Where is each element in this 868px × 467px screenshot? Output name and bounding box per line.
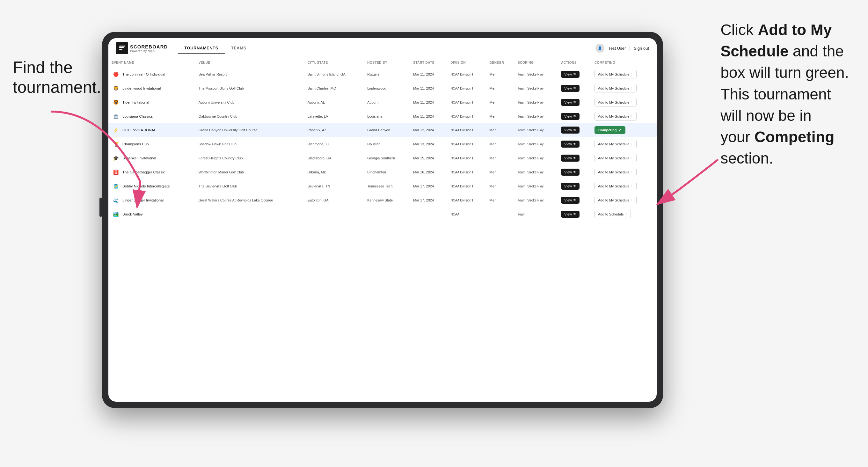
- event-name-cell-4: ⚡ GCU INVITATIONAL: [108, 123, 195, 137]
- sign-out-link[interactable]: Sign out: [634, 46, 649, 51]
- event-name-cell-2: 🐯 Tiger Invitational: [108, 95, 195, 110]
- gender-cell-4: Men: [486, 123, 515, 137]
- city-cell-7: Urbana, MD: [304, 165, 364, 179]
- actions-cell-2: View 👁: [558, 95, 591, 110]
- view-button-10[interactable]: View 👁: [561, 211, 580, 218]
- view-button-7[interactable]: View 👁: [561, 168, 580, 176]
- eye-icon-10: 👁: [573, 212, 576, 216]
- event-name-cell-0: 🔴 The Johnnie - O Individual: [108, 67, 195, 81]
- actions-cell-5: View 👁: [558, 137, 591, 151]
- team-logo-6: 🎓: [112, 154, 120, 162]
- division-cell-1: NCAA Division I: [447, 81, 486, 95]
- event-name-cell-7: 🅱️ The Carpetbagger Classic: [108, 165, 195, 179]
- svg-rect-3: [119, 47, 124, 48]
- logo-title: SCOREBOARD: [130, 44, 168, 50]
- view-button-3[interactable]: View 👁: [561, 113, 580, 120]
- add-schedule-button-10[interactable]: Add to Schedule +: [594, 210, 631, 218]
- view-button-8[interactable]: View 👁: [561, 183, 580, 190]
- team-logo-1: 🦁: [112, 84, 120, 92]
- hosted-cell-8: Tennessee Tech: [364, 179, 410, 193]
- eye-icon-0: 👁: [573, 72, 576, 76]
- add-schedule-label-10: Add to Schedule: [598, 212, 624, 216]
- logo-subtitle: Powered by clippi: [130, 50, 168, 53]
- team-logo-4: ⚡: [112, 126, 120, 134]
- view-button-9[interactable]: View 👁: [561, 197, 580, 204]
- col-division: DIVISION: [447, 58, 486, 67]
- add-schedule-button-5[interactable]: Add to My Schedule +: [594, 139, 637, 148]
- hosted-cell-10: [364, 207, 410, 221]
- event-name-cell-9: 🌊 Linger Longer Invitational: [108, 193, 195, 207]
- event-name-text-6: Schenkel Invitational: [122, 156, 156, 160]
- plus-icon-1: +: [630, 86, 633, 91]
- venue-cell-8: The Sevierville Golf Club: [195, 179, 304, 193]
- add-schedule-label-1: Add to My Schedule: [598, 86, 629, 90]
- view-button-6[interactable]: View 👁: [561, 155, 580, 162]
- competing-button-4[interactable]: Competing ✓: [594, 126, 625, 134]
- eye-icon-6: 👁: [573, 156, 576, 160]
- division-cell-6: NCAA Division I: [447, 151, 486, 165]
- gender-cell-10: [486, 207, 515, 221]
- hosted-cell-5: Houston: [364, 137, 410, 151]
- team-logo-9: 🌊: [112, 196, 120, 204]
- gender-cell-9: Men: [486, 193, 515, 207]
- team-logo-10: 🏞️: [112, 210, 120, 218]
- plus-icon-5: +: [630, 142, 633, 146]
- add-schedule-button-0[interactable]: Add to My Schedule +: [594, 70, 637, 79]
- event-name-text-8: Bobby Nichols Intercollegiate: [122, 184, 169, 188]
- event-name-text-1: Lindenwood Invitational: [122, 86, 161, 90]
- add-schedule-button-6[interactable]: Add to My Schedule +: [594, 154, 637, 162]
- competing-cell-0: Add to My Schedule +: [591, 67, 657, 81]
- header-divider: [629, 45, 630, 51]
- add-schedule-button-8[interactable]: Add to My Schedule +: [594, 182, 637, 190]
- scoring-cell-0: Team, Stroke Play: [515, 67, 558, 81]
- tab-teams[interactable]: TEAMS: [225, 43, 253, 54]
- event-name-cell-5: 🏆 Champions Cup: [108, 137, 195, 151]
- view-button-1[interactable]: View 👁: [561, 85, 580, 92]
- view-button-0[interactable]: View 👁: [561, 71, 580, 78]
- venue-cell-3: Oakbourne Country Club: [195, 110, 304, 123]
- event-name-cell-8: 🎽 Bobby Nichols Intercollegiate: [108, 179, 195, 193]
- tab-tournaments[interactable]: TOURNAMENTS: [178, 43, 224, 54]
- view-button-4[interactable]: View 👁: [561, 127, 580, 133]
- add-schedule-button-7[interactable]: Add to My Schedule +: [594, 168, 637, 176]
- actions-cell-9: View 👁: [558, 193, 591, 207]
- competing-cell-6: Add to My Schedule +: [591, 151, 657, 165]
- tablet-screen: SCOREBOARD Powered by clippi TOURNAMENTS…: [108, 38, 657, 402]
- city-cell-3: Lafayette, LA: [304, 110, 364, 123]
- tournaments-table: EVENT NAME VENUE CITY, STATE HOSTED BY S…: [108, 58, 657, 221]
- team-logo-8: 🎽: [112, 182, 120, 190]
- add-schedule-button-9[interactable]: Add to My Schedule +: [594, 196, 637, 204]
- venue-cell-5: Shadow Hawk Golf Club: [195, 137, 304, 151]
- col-competing: COMPETING: [591, 58, 657, 67]
- hosted-cell-6: Georgia Southern: [364, 151, 410, 165]
- add-schedule-button-2[interactable]: Add to My Schedule +: [594, 98, 637, 106]
- scoring-cell-4: Team, Stroke Play: [515, 123, 558, 137]
- city-cell-1: Saint Charles, MO: [304, 81, 364, 95]
- add-schedule-button-1[interactable]: Add to My Schedule +: [594, 84, 637, 92]
- division-cell-0: NCAA Division I: [447, 67, 486, 81]
- event-name-text-10: Brook Valley...: [122, 212, 145, 216]
- city-cell-9: Eatonton, GA: [304, 193, 364, 207]
- venue-cell-1: The Missouri Bluffs Golf Club: [195, 81, 304, 95]
- plus-icon-3: +: [630, 114, 633, 119]
- event-name-cell-10: 🏞️ Brook Valley...: [108, 207, 195, 221]
- plus-icon-10: +: [625, 212, 628, 216]
- col-scoring: SCORING: [515, 58, 558, 67]
- add-schedule-button-3[interactable]: Add to My Schedule +: [594, 112, 637, 121]
- view-button-2[interactable]: View 👁: [561, 99, 580, 106]
- table-row: 🏛️ Louisiana Classics Oakbourne Country …: [108, 110, 657, 123]
- eye-icon-4: 👁: [573, 128, 576, 132]
- annotation-right: Click Add to My Schedule and the box wil…: [720, 19, 849, 169]
- event-name-text-5: Champions Cup: [122, 142, 149, 146]
- add-schedule-label-0: Add to My Schedule: [598, 72, 629, 76]
- col-venue: VENUE: [195, 58, 304, 67]
- hosted-cell-1: Lindenwood: [364, 81, 410, 95]
- add-schedule-label-5: Add to My Schedule: [598, 142, 629, 146]
- app-header: SCOREBOARD Powered by clippi TOURNAMENTS…: [108, 38, 657, 58]
- svg-rect-2: [119, 45, 125, 46]
- competing-cell-8: Add to My Schedule +: [591, 179, 657, 193]
- event-name-text-4: GCU INVITATIONAL: [122, 128, 156, 132]
- scoring-cell-2: Team, Stroke Play: [515, 95, 558, 110]
- view-button-5[interactable]: View 👁: [561, 141, 580, 148]
- event-name-cell-3: 🏛️ Louisiana Classics: [108, 110, 195, 123]
